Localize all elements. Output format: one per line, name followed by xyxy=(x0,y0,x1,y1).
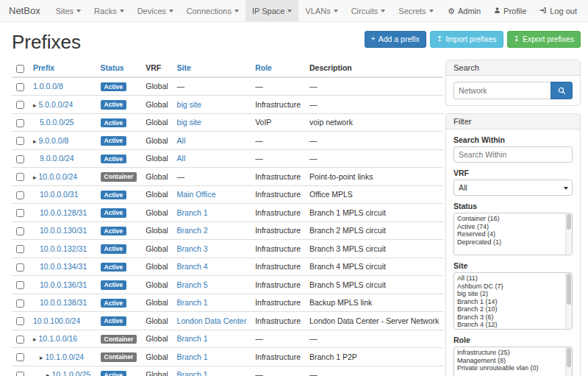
status-option[interactable]: Reserved (4) xyxy=(454,230,564,238)
scrollbar[interactable] xyxy=(565,213,572,255)
row-checkbox[interactable] xyxy=(16,281,24,289)
expand-arrow-icon[interactable]: ▸ xyxy=(33,138,37,145)
site-link[interactable]: Branch 3 xyxy=(177,244,208,253)
prefix-link[interactable]: 10.0.100.0/24 xyxy=(33,316,80,325)
row-checkbox[interactable] xyxy=(16,137,24,145)
row-checkbox[interactable] xyxy=(16,83,24,91)
row-checkbox[interactable] xyxy=(16,191,24,199)
nav-item-racks[interactable]: Racks xyxy=(87,0,131,21)
search-input[interactable] xyxy=(453,82,551,99)
site-link[interactable]: Branch 1 xyxy=(177,298,208,307)
expand-arrow-icon[interactable]: ▸ xyxy=(40,354,43,361)
column-header-role[interactable]: Role xyxy=(251,60,305,77)
role-option[interactable]: Infrastructure (25) xyxy=(454,349,564,357)
prefix-link[interactable]: 10.0.0.128/31 xyxy=(40,208,87,217)
prefix-link[interactable]: 10.0.0.132/31 xyxy=(40,244,87,253)
row-checkbox[interactable] xyxy=(16,353,24,361)
navbar-brand[interactable]: NetBox xyxy=(0,0,49,21)
prefix-link[interactable]: 10.0.0.130/31 xyxy=(40,226,87,235)
search-button[interactable] xyxy=(551,82,573,99)
site-link[interactable]: All xyxy=(177,136,186,145)
status-option[interactable]: Deprecated (1) xyxy=(454,238,564,246)
prefix-link[interactable]: 9.0.0.0/24 xyxy=(40,154,74,163)
nav-item-devices[interactable]: Devices xyxy=(131,0,180,21)
prefix-link[interactable]: 10.1.0.0/25 xyxy=(52,370,91,376)
expand-arrow-icon[interactable]: ▸ xyxy=(33,102,37,109)
site-link[interactable]: Branch 2 xyxy=(177,226,208,235)
site-option[interactable]: big site (2) xyxy=(454,290,564,298)
expand-arrow-icon[interactable]: ▸ xyxy=(33,336,37,343)
row-checkbox[interactable] xyxy=(16,227,24,235)
site-link[interactable]: Branch 1 xyxy=(177,334,208,343)
role-option[interactable]: Management (8) xyxy=(454,357,564,365)
site-link[interactable]: big site xyxy=(177,118,201,127)
site-filter-list[interactable]: All (11)Ashburn DC (7)big site (2)Branch… xyxy=(453,272,573,330)
nav-item-log-out[interactable]: Log out xyxy=(533,0,584,21)
prefix-link[interactable]: 10.0.0.138/31 xyxy=(40,298,87,307)
prefix-link[interactable]: 9.0.0.0/8 xyxy=(39,136,69,145)
nav-item-sites[interactable]: Sites xyxy=(49,0,87,21)
site-option[interactable]: Ashburn DC (7) xyxy=(454,283,564,291)
row-checkbox[interactable] xyxy=(16,173,24,181)
add-a-prefix-button[interactable]: +Add a prefix xyxy=(365,31,426,48)
select-all-checkbox[interactable] xyxy=(16,65,24,73)
row-checkbox[interactable] xyxy=(16,317,24,325)
site-link[interactable]: Branch 5 xyxy=(177,280,208,289)
prefix-link[interactable]: 5.0.0.0/24 xyxy=(39,100,74,109)
prefix-link[interactable]: 10.0.0.0/31 xyxy=(40,190,79,199)
nav-item-ip-space[interactable]: IP Space xyxy=(245,0,298,21)
site-option[interactable]: Branch 1 (14) xyxy=(454,298,564,306)
site-link[interactable]: Branch 4 xyxy=(177,262,208,271)
column-header-site[interactable]: Site xyxy=(173,60,251,77)
site-link[interactable]: Branch 1 xyxy=(177,352,208,361)
site-link[interactable]: London Data Center xyxy=(177,316,247,325)
site-option[interactable]: Branch 2 (10) xyxy=(454,305,564,313)
expand-arrow-icon[interactable]: ▸ xyxy=(46,372,50,376)
site-link[interactable]: big site xyxy=(177,100,201,109)
search-within-input[interactable] xyxy=(453,146,573,163)
nav-item-secrets[interactable]: Secrets xyxy=(392,0,440,21)
row-checkbox[interactable] xyxy=(16,101,24,109)
site-link[interactable]: All xyxy=(177,154,186,163)
row-checkbox[interactable] xyxy=(16,336,24,344)
prefix-link[interactable]: 10.1.0.0/16 xyxy=(39,334,78,343)
row-checkbox[interactable] xyxy=(16,155,24,163)
column-header-prefix[interactable]: Prefix xyxy=(29,60,96,77)
nav-item-admin[interactable]: ⚙Admin xyxy=(441,0,487,21)
site-option[interactable]: All (11) xyxy=(454,274,564,283)
prefix-link[interactable]: 10.1.0.0/24 xyxy=(46,352,85,361)
column-header-status[interactable]: Status xyxy=(96,60,142,77)
site-link[interactable]: Branch 1 xyxy=(177,208,208,217)
vrf-select[interactable]: All xyxy=(453,180,573,196)
prefix-link[interactable]: 10.0.0.0/24 xyxy=(39,172,78,181)
scrollbar[interactable] xyxy=(565,347,572,376)
status-option[interactable]: Container (16) xyxy=(454,215,564,223)
site-link[interactable]: Main Office xyxy=(177,190,216,199)
prefix-link[interactable]: 5.0.0.0/25 xyxy=(40,118,74,127)
nav-item-vlans[interactable]: VLANs xyxy=(298,0,344,21)
row-checkbox[interactable] xyxy=(16,119,24,127)
row-checkbox[interactable] xyxy=(16,209,24,217)
scrollbar[interactable] xyxy=(565,273,572,329)
row-checkbox[interactable] xyxy=(16,372,24,376)
status-filter-list[interactable]: Container (16)Active (74)Reserved (4)Dep… xyxy=(453,213,573,255)
nav-item-circuits[interactable]: Circuits xyxy=(345,0,392,21)
status-option[interactable]: Active (74) xyxy=(454,223,564,231)
prefix-link[interactable]: 10.0.0.136/31 xyxy=(40,280,87,289)
expand-arrow-icon[interactable]: ▸ xyxy=(33,174,37,181)
site-option[interactable]: Branch 5 (7) xyxy=(454,329,564,330)
site-option[interactable]: Branch 4 (12) xyxy=(454,321,564,329)
export-prefixes-button[interactable]: ↧Export prefixes xyxy=(507,31,581,48)
site-option[interactable]: Branch 3 (6) xyxy=(454,313,564,322)
role-filter-list[interactable]: Infrastructure (25)Management (8)Private… xyxy=(453,347,573,376)
role-option[interactable]: Private unrouteable vlan (0) xyxy=(454,364,564,372)
import-prefixes-button[interactable]: ↥Import prefixes xyxy=(430,31,503,48)
site-link[interactable]: Branch 1 xyxy=(177,370,208,376)
row-checkbox[interactable] xyxy=(16,245,24,253)
prefix-link[interactable]: 10.0.0.134/31 xyxy=(40,262,87,271)
prefix-link[interactable]: 1.0.0.0/8 xyxy=(33,82,63,91)
nav-item-connections[interactable]: Connections xyxy=(180,0,245,21)
row-checkbox[interactable] xyxy=(16,299,24,308)
row-checkbox[interactable] xyxy=(16,263,24,272)
nav-item-profile[interactable]: Profile xyxy=(487,0,533,21)
